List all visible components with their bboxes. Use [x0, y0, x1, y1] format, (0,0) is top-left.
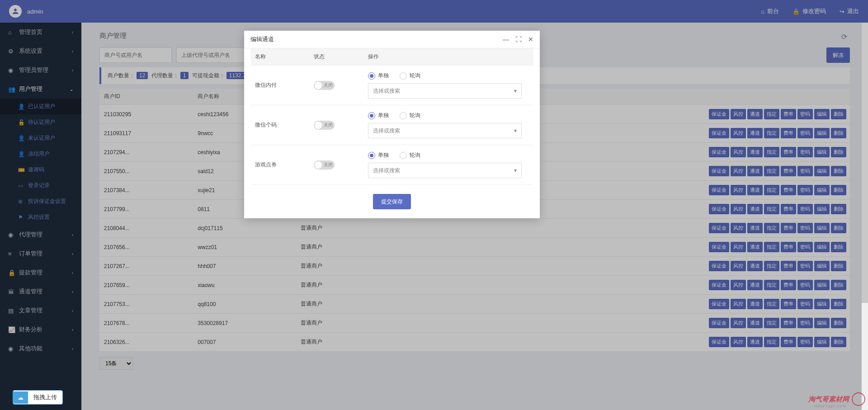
col-status: 状态: [309, 48, 363, 66]
channel-select[interactable]: 选择或搜索▾: [368, 83, 522, 99]
chevron-down-icon: ▾: [514, 167, 517, 174]
upload-fab[interactable]: ☁ 拖拽上传: [13, 390, 63, 405]
radio-single[interactable]: 单独: [368, 112, 389, 119]
edit-channel-modal: 编辑通道 — ⛶ ✕ 名称 状态 操作 微信内付关闭单独轮询选择或搜索▾微信个码…: [244, 31, 540, 218]
radio-poll[interactable]: 轮询: [400, 72, 420, 80]
channel-row: 微信个码关闭单独轮询选择或搜索▾: [250, 105, 533, 145]
status-toggle[interactable]: 关闭: [314, 160, 335, 170]
minimize-icon[interactable]: —: [503, 36, 509, 43]
radio-single[interactable]: 单独: [368, 151, 389, 159]
col-name: 名称: [250, 48, 309, 66]
cloud-upload-icon: ☁: [13, 391, 28, 404]
status-toggle[interactable]: 关闭: [314, 81, 335, 90]
chevron-down-icon: ▾: [514, 88, 517, 94]
close-icon[interactable]: ✕: [528, 36, 533, 43]
watermark-logo: [852, 392, 865, 406]
maximize-icon[interactable]: ⛶: [515, 36, 522, 43]
scrollbar-vertical[interactable]: [862, 23, 868, 410]
modal-header: 编辑通道 — ⛶ ✕: [244, 31, 540, 48]
radio-poll[interactable]: 轮询: [400, 112, 420, 119]
chevron-down-icon: ▾: [514, 127, 517, 134]
radio-single[interactable]: 单独: [368, 72, 389, 80]
watermark: 淘气哥素材网 www.tqge.com: [784, 391, 865, 407]
modal-title: 编辑通道: [250, 35, 274, 43]
submit-button[interactable]: 提交保存: [373, 194, 411, 209]
channel-row: 微信内付关闭单独轮询选择或搜索▾: [250, 66, 533, 105]
channel-row: 游戏点券关闭单独轮询选择或搜索▾: [250, 145, 533, 185]
col-action: 操作: [363, 48, 533, 66]
channel-select[interactable]: 选择或搜索▾: [368, 123, 522, 138]
radio-poll[interactable]: 轮询: [400, 151, 420, 159]
scrollbar-thumb[interactable]: [862, 23, 868, 303]
status-toggle[interactable]: 关闭: [314, 121, 335, 130]
channel-select[interactable]: 选择或搜索▾: [368, 163, 522, 178]
